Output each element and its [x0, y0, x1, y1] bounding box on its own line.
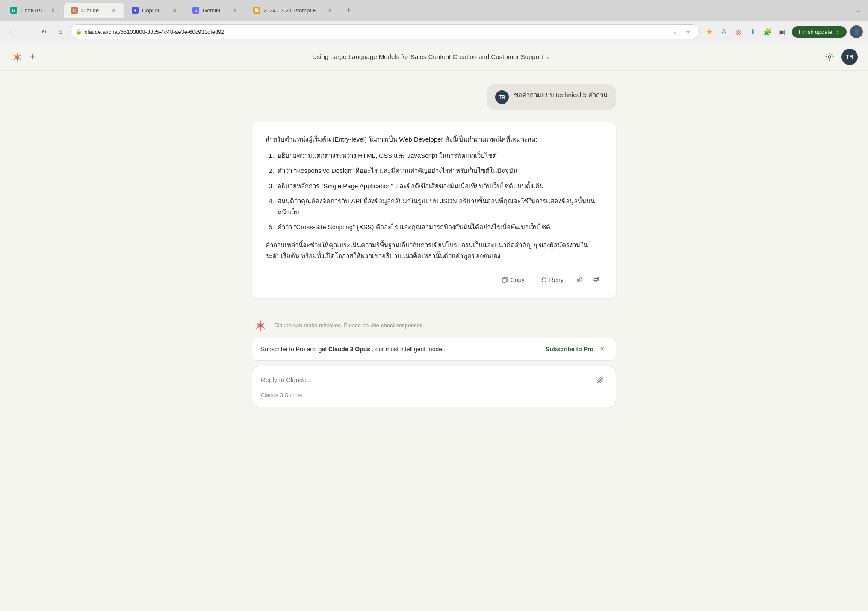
assistant-questions-list: อธิบายความแตกต่างระหว่าง HTML, CSS และ J… [266, 150, 602, 233]
chatgpt-tab-close[interactable]: ✕ [50, 7, 56, 14]
tab-overflow-button[interactable]: ⌄ [853, 4, 865, 16]
subscribe-to-pro-link[interactable]: Subscribe to Pro [546, 346, 593, 353]
claude-icon-footer-row: Claude can make mistakes. Please double-… [252, 314, 616, 338]
translate-ext-icon[interactable]: A [717, 25, 730, 38]
chat-area: TR ขอคำถามแบบ technical 5 คำถาม สำหรับตำ… [0, 71, 868, 611]
sidebar-ext-icon[interactable]: ▣ [776, 25, 788, 38]
assistant-intro: สำหรับตำแหน่งผู้เริ่มต้น (Entry-level) ใ… [266, 134, 602, 145]
claude-tab-close[interactable]: ✕ [110, 7, 117, 14]
tab-claude[interactable]: C Claude ✕ [64, 3, 124, 18]
question-2: คำว่า "Responsive Design" คืออะไร และมีค… [276, 165, 602, 176]
question-4: สมมุติว่าคุณต้องจัดการกับ API ที่ส่งข้อม… [276, 196, 602, 217]
question-1: อธิบายความแตกต่างระหว่าง HTML, CSS และ J… [276, 150, 602, 161]
reply-area: Claude 3 Sonnet [242, 366, 626, 414]
download-ext-icon[interactable]: ⬇ [747, 25, 759, 38]
reload-button[interactable]: ↻ [38, 25, 50, 38]
reply-input-row [261, 373, 607, 387]
title-text: Using Large Language Models for Sales Co… [312, 53, 543, 60]
home-button[interactable]: ⌂ [54, 25, 67, 38]
thumbs-up-icon [577, 276, 583, 283]
prompt-tab-label: 2024-03-21 Prompt Engi... [263, 7, 323, 14]
thumbs-down-icon [593, 276, 599, 283]
user-message: TR ขอคำถามแบบ technical 5 คำถาม [252, 84, 616, 110]
tab-chatgpt[interactable]: G ChatGPT ✕ [3, 3, 63, 18]
browser-chrome: G ChatGPT ✕ C Claude ✕ ✦ Copilot ✕ G Gem… [0, 0, 868, 43]
claude-header: + Using Large Language Models for Sales … [0, 43, 868, 71]
gemini-favicon: G [192, 7, 199, 14]
retry-icon [541, 277, 547, 283]
chatgpt-favicon: G [10, 7, 17, 14]
copilot-tab-label: Copilot [142, 7, 168, 14]
tab-bar: G ChatGPT ✕ C Claude ✕ ✦ Copilot ✕ G Gem… [0, 0, 868, 21]
question-5: คำว่า "Cross-Site Scripting" (XSS) คืออะ… [276, 222, 602, 233]
chat-container: TR ขอคำถามแบบ technical 5 คำถาม สำหรับตำ… [242, 84, 626, 308]
subscribe-banner-close-button[interactable]: ✕ [597, 344, 607, 354]
lock-icon: 🔒 [76, 29, 82, 35]
claude-favicon: C [71, 7, 78, 14]
save-page-icon[interactable]: ⬦ [669, 26, 681, 38]
reply-input[interactable] [261, 376, 593, 383]
finish-update-label: Finish update [799, 29, 832, 35]
question-3: อธิบายหลักการ "Single Page Application" … [276, 181, 602, 192]
avatar-initials: TR [846, 53, 853, 60]
bookmark-ext-icon[interactable]: ★ [703, 25, 716, 38]
copy-icon [502, 277, 508, 283]
puzzle-ext-icon[interactable]: 🧩 [761, 25, 774, 38]
svg-rect-0 [502, 278, 506, 282]
claude-logo [10, 50, 24, 64]
finish-update-button[interactable]: Finish update ⋮ [792, 26, 847, 38]
copilot-tab-close[interactable]: ✕ [171, 7, 178, 14]
new-chat-button[interactable]: + [26, 50, 39, 64]
claude-header-right: TR [823, 49, 858, 65]
assistant-message: สำหรับตำแหน่งผู้เริ่มต้น (Entry-level) ใ… [252, 122, 616, 298]
assistant-closing: คำถามเหล่านี้จะช่วยให้คุณประเมินความรู้พ… [266, 240, 602, 261]
claude-tab-label: Claude [81, 7, 107, 14]
address-bar[interactable]: 🔒 claude.ai/chat/65103808-3dc5-4c48-ae3e… [70, 24, 700, 39]
retry-label: Retry [549, 276, 564, 283]
copilot-favicon: ✦ [132, 7, 139, 14]
attach-button[interactable] [593, 373, 607, 387]
claude-asterisk-logo [252, 317, 269, 334]
tab-gemini[interactable]: G Gemini ✕ [186, 3, 245, 18]
message-actions: Copy Retry [266, 268, 602, 286]
settings-button[interactable] [823, 50, 836, 64]
extension-icons: ★ A ◎ ⬇ 🧩 ▣ [703, 25, 788, 38]
chatgpt-tab-label: ChatGPT [21, 7, 46, 14]
claude-logo-mark [10, 50, 24, 64]
user-message-text: ขอคำถามแบบ technical 5 คำถาม [514, 90, 608, 100]
back-button[interactable]: ← [5, 25, 18, 38]
subscribe-banner-text: Subscribe to Pro and get Claude 3 Opus ,… [261, 346, 542, 353]
claude-app: + Using Large Language Models for Sales … [0, 43, 868, 611]
prompt-tab-close[interactable]: ✕ [327, 7, 334, 14]
new-tab-button[interactable]: + [343, 4, 355, 16]
star-icon[interactable]: ☆ [682, 26, 694, 38]
user-profile-icon[interactable]: 👤 [850, 25, 863, 38]
title-chevron-icon: ⌄ [546, 54, 550, 60]
opera-ext-icon[interactable]: ◎ [732, 25, 745, 38]
tab-copilot[interactable]: ✦ Copilot ✕ [125, 3, 185, 18]
prompt-favicon: 📄 [253, 7, 260, 14]
thumbs-down-button[interactable] [590, 273, 602, 286]
reply-input-box: Claude 3 Sonnet [252, 366, 616, 407]
subscribe-banner: Subscribe to Pro and get Claude 3 Opus ,… [252, 338, 616, 361]
address-bar-row: ← → ↻ ⌂ 🔒 claude.ai/chat/65103808-3dc5-4… [0, 21, 868, 43]
user-avatar[interactable]: TR [841, 49, 858, 65]
gemini-tab-label: Gemini [203, 7, 228, 14]
user-message-bubble: TR ขอคำถามแบบ technical 5 คำถาม [487, 84, 616, 110]
retry-button[interactable]: Retry [534, 273, 570, 286]
user-message-avatar: TR [495, 90, 509, 104]
claude-footer: Claude can make mistakes. Please double-… [242, 308, 626, 366]
tab-prompt[interactable]: 📄 2024-03-21 Prompt Engi... ✕ [246, 3, 340, 18]
claude-conversation-title: Using Large Language Models for Sales Co… [39, 53, 823, 60]
gemini-tab-close[interactable]: ✕ [232, 7, 239, 14]
model-label: Claude 3 Sonnet [261, 390, 607, 400]
address-url-text: claude.ai/chat/65103808-3dc5-4c48-ae3e-6… [85, 29, 667, 35]
thumbs-up-button[interactable] [573, 273, 586, 286]
copy-button[interactable]: Copy [496, 273, 531, 286]
paperclip-icon [596, 376, 604, 384]
finish-update-menu-icon: ⋮ [835, 29, 840, 35]
footer-disclaimer-text: Claude can make mistakes. Please double-… [274, 322, 616, 329]
copy-label: Copy [511, 276, 525, 283]
forward-button[interactable]: → [21, 25, 34, 38]
